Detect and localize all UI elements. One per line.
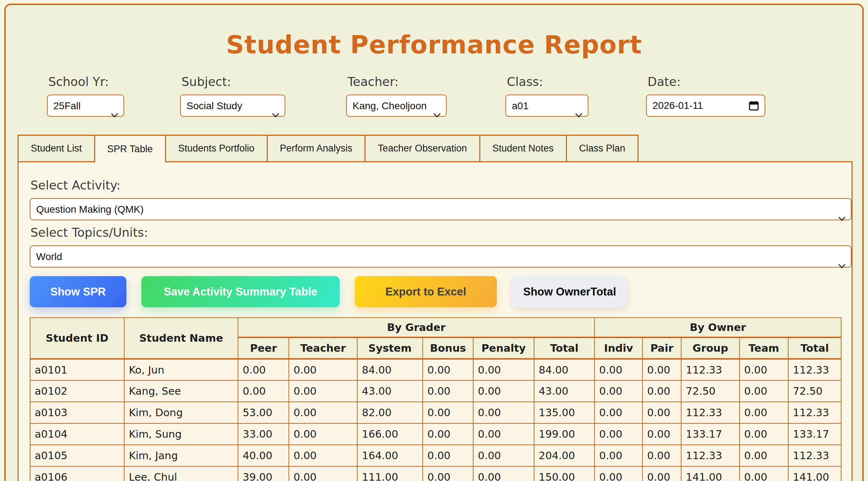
grader-value-cell: 0.00: [289, 380, 357, 402]
action-buttons: Show SPR Save Activity Summary Table Exp…: [30, 276, 852, 307]
student-name-cell: Kang, See: [124, 380, 238, 402]
tab-student-notes[interactable]: Student Notes: [479, 135, 567, 161]
owner-value-cell: 0.00: [642, 466, 681, 481]
export-excel-button[interactable]: Export to Excel: [355, 276, 497, 307]
peer-header: Peer: [238, 337, 289, 359]
group-header: Group: [681, 337, 740, 359]
owner-value-cell: 0.00: [740, 445, 788, 466]
owner-value-cell: 72.50: [788, 380, 841, 402]
tab-student-list[interactable]: Student List: [18, 135, 95, 161]
show-owner-total-button[interactable]: Show OwnerTotal: [512, 276, 627, 307]
grader-value-cell: 0.00: [238, 359, 289, 380]
activity-select[interactable]: Question Making (QMK): [30, 198, 852, 220]
tab-teacher-observation[interactable]: Teacher Observation: [364, 135, 480, 161]
school-year-field: School Yr: 25Fall: [47, 74, 124, 117]
owner-value-cell: 0.00: [595, 423, 642, 445]
subject-field: Subject: Social Study: [180, 74, 285, 117]
grader-value-cell: 166.00: [357, 423, 423, 445]
table-row: a0105Kim, Jang40.000.00164.000.000.00204…: [30, 445, 841, 466]
student-name-cell: Kim, Sung: [124, 423, 238, 445]
grader-value-cell: 0.00: [423, 423, 473, 445]
owner-value-cell: 0.00: [642, 423, 681, 445]
grader-value-cell: 0.00: [289, 423, 357, 445]
owner-total-header: Total: [788, 337, 841, 359]
date-input[interactable]: 2026-01-11: [646, 95, 765, 117]
table-row: a0102Kang, See0.000.0043.000.000.0043.00…: [30, 380, 841, 402]
teacher-select[interactable]: Kang, Cheoljoon: [346, 95, 447, 117]
grader-value-cell: 0.00: [238, 380, 289, 402]
owner-value-cell: 0.00: [595, 359, 642, 380]
class-select[interactable]: a01: [505, 95, 588, 117]
student-id-cell: a0106: [30, 466, 124, 481]
grader-value-cell: 111.00: [357, 466, 423, 481]
grader-value-cell: 0.00: [423, 359, 473, 380]
owner-value-cell: 0.00: [740, 359, 788, 380]
school-year-select[interactable]: 25Fall: [47, 95, 124, 117]
school-year-label: School Yr:: [47, 74, 124, 89]
grader-value-cell: 164.00: [357, 445, 423, 466]
tab-perform-analysis[interactable]: Perform Analysis: [267, 135, 366, 161]
student-name-cell: Kim, Jang: [124, 445, 238, 466]
owner-value-cell: 0.00: [595, 466, 642, 481]
student-id-cell: a0105: [30, 445, 124, 466]
owner-value-cell: 141.00: [788, 466, 841, 481]
grader-value-cell: 0.00: [473, 445, 534, 466]
grader-value-cell: 0.00: [289, 402, 357, 423]
owner-value-cell: 0.00: [595, 445, 642, 466]
date-field: Date: 2026-01-11: [646, 74, 765, 117]
owner-value-cell: 141.00: [681, 466, 740, 481]
owner-value-cell: 112.33: [788, 445, 841, 466]
grader-value-cell: 204.00: [534, 445, 595, 466]
grader-value-cell: 43.00: [357, 380, 423, 402]
grader-value-cell: 40.00: [238, 445, 289, 466]
teacher-label: Teacher:: [346, 74, 447, 89]
student-id-cell: a0102: [30, 380, 124, 402]
student-name-cell: Ko, Jun: [124, 359, 238, 380]
grader-value-cell: 84.00: [357, 359, 423, 380]
grader-value-cell: 0.00: [473, 423, 534, 445]
grader-value-cell: 0.00: [289, 359, 357, 380]
indiv-header: Indiv: [595, 337, 642, 359]
team-header: Team: [740, 337, 788, 359]
show-spr-button[interactable]: Show SPR: [30, 276, 126, 307]
by-owner-header: By Owner: [595, 318, 841, 337]
date-value: 2026-01-11: [653, 100, 703, 111]
owner-value-cell: 0.00: [642, 380, 681, 402]
spr-table-panel: Select Activity: Question Making (QMK) S…: [18, 161, 853, 481]
owner-value-cell: 0.00: [740, 402, 788, 423]
owner-value-cell: 0.00: [740, 466, 788, 481]
tab-class-plan[interactable]: Class Plan: [566, 135, 639, 161]
grader-value-cell: 199.00: [534, 423, 595, 445]
tab-spr-table[interactable]: SPR Table: [94, 135, 166, 162]
student-name-cell: Kim, Dong: [124, 402, 238, 423]
grader-value-cell: 0.00: [473, 466, 534, 481]
grader-value-cell: 0.00: [423, 445, 473, 466]
grader-value-cell: 0.00: [473, 402, 534, 423]
owner-value-cell: 112.33: [681, 445, 740, 466]
grader-value-cell: 0.00: [289, 466, 357, 481]
tab-students-portfolio[interactable]: Students Portfolio: [165, 135, 268, 161]
calendar-icon[interactable]: [749, 101, 759, 111]
grader-value-cell: 82.00: [357, 402, 423, 423]
save-summary-button[interactable]: Save Activity Summary Table: [141, 276, 340, 307]
grader-value-cell: 0.00: [423, 380, 473, 402]
select-topics-label: Select Topics/Units:: [30, 225, 852, 240]
date-label: Date:: [646, 74, 765, 89]
grader-value-cell: 43.00: [534, 380, 595, 402]
system-header: System: [357, 337, 423, 359]
select-activity-label: Select Activity:: [30, 178, 852, 192]
topics-select[interactable]: World: [30, 245, 852, 268]
owner-value-cell: 112.33: [681, 402, 740, 423]
filter-bar: School Yr: 25Fall Subject: Social Study …: [6, 74, 862, 135]
tab-bar: Student ListSPR TableStudents PortfolioP…: [18, 135, 862, 161]
subject-select[interactable]: Social Study: [180, 95, 285, 117]
grader-value-cell: 39.00: [238, 466, 289, 481]
page-title: Student Performance Report: [6, 30, 862, 59]
subject-label: Subject:: [180, 74, 285, 89]
owner-value-cell: 0.00: [642, 402, 681, 423]
app-container: Student Performance Report School Yr: 25…: [4, 4, 864, 481]
grader-value-cell: 150.00: [534, 466, 595, 481]
owner-value-cell: 133.17: [681, 423, 740, 445]
table-row: a0106Lee, Chul39.000.00111.000.000.00150…: [30, 466, 841, 481]
teacher-header: Teacher: [289, 337, 357, 359]
